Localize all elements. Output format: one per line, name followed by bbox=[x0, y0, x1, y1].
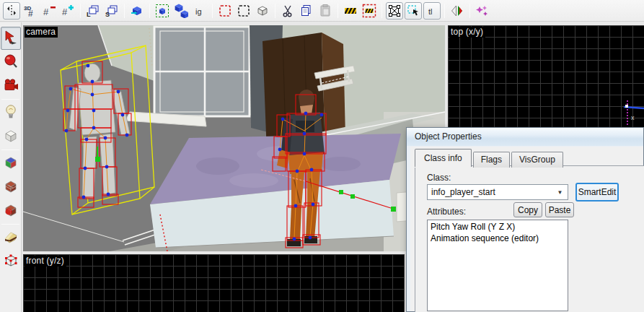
chevron-down-icon[interactable]: ▼ bbox=[555, 188, 565, 197]
ungroup-button[interactable] bbox=[172, 2, 190, 20]
svg-text:ig: ig bbox=[195, 7, 202, 16]
helpers-button[interactable] bbox=[474, 2, 491, 20]
camera-viewport-label: camera bbox=[25, 27, 58, 38]
ignore-groups-icon: ig bbox=[193, 4, 207, 18]
entity-tool-icon bbox=[3, 104, 19, 122]
hide-unselected-button[interactable] bbox=[235, 2, 252, 20]
cordon-edit-icon bbox=[362, 4, 376, 18]
bed bbox=[150, 134, 401, 248]
vertex-tool-icon bbox=[3, 253, 19, 271]
grid-snap-icon bbox=[4, 4, 19, 18]
cut-button[interactable] bbox=[279, 2, 296, 20]
attributes-label: Attributes: bbox=[427, 207, 466, 217]
cordon-edit-button[interactable] bbox=[361, 2, 378, 20]
svg-text:x: x bbox=[631, 114, 635, 121]
grid-3d-button[interactable]: 3D# bbox=[22, 2, 39, 20]
entity-tool-button[interactable] bbox=[1, 101, 21, 124]
attribute-item[interactable]: Animation sequence (editor) bbox=[428, 233, 568, 244]
selectbox-icon bbox=[387, 4, 402, 18]
cordon-icon bbox=[343, 4, 358, 18]
toolbar-separator bbox=[338, 4, 338, 18]
apply-texture-tool-button[interactable] bbox=[1, 176, 21, 199]
grid-larger-icon: # bbox=[61, 4, 75, 18]
group-icon bbox=[155, 4, 169, 18]
ignore-groups-button[interactable]: ig bbox=[191, 2, 208, 20]
copy-icon bbox=[299, 4, 314, 18]
clipping-tool-button[interactable] bbox=[1, 226, 21, 249]
texture-application-tool-icon bbox=[3, 155, 19, 173]
camera-viewport-scene bbox=[23, 25, 445, 251]
save-windowstate-button[interactable]: S bbox=[103, 2, 120, 20]
svg-text:tl: tl bbox=[428, 7, 433, 16]
group-button[interactable] bbox=[154, 2, 171, 20]
hide-selected-button[interactable] bbox=[216, 2, 234, 20]
dialog-tabstrip: Class infoFlagsVisGroup bbox=[415, 148, 565, 166]
grid-3d-icon: 3D# bbox=[23, 4, 38, 18]
copy-button[interactable] bbox=[298, 2, 315, 20]
save-windowstate-icon: S bbox=[105, 4, 119, 18]
class-combobox[interactable]: info_player_start ▼ bbox=[427, 184, 568, 200]
block-tool-button[interactable] bbox=[1, 125, 21, 148]
clipping-tool-icon bbox=[3, 229, 19, 247]
copy-button[interactable]: Copy bbox=[513, 202, 542, 217]
camera-viewport[interactable]: camera bbox=[23, 25, 445, 251]
magnify-tool-button[interactable] bbox=[1, 51, 21, 74]
tab-class-info[interactable]: Class info bbox=[415, 149, 472, 167]
grid-snap-button[interactable] bbox=[3, 2, 20, 20]
carve-button[interactable] bbox=[128, 2, 146, 20]
toolbar-separator bbox=[149, 4, 150, 18]
ungroup-icon bbox=[174, 4, 188, 18]
camera-tool-icon bbox=[3, 77, 19, 95]
texture-application-tool-button[interactable] bbox=[1, 152, 21, 175]
hammer-editor-window: 3D###LSigtl camera bbox=[0, 0, 644, 312]
sidebar-separator bbox=[1, 99, 19, 100]
front-viewport[interactable]: front (y/z) bbox=[23, 254, 405, 312]
toolbar-separator bbox=[80, 4, 81, 18]
grid-larger-button[interactable]: # bbox=[59, 2, 76, 20]
svg-text:L: L bbox=[87, 11, 91, 18]
magnify-tool-icon bbox=[3, 53, 19, 72]
toolbar-separator bbox=[212, 4, 213, 18]
texture-lock-button[interactable]: tl bbox=[423, 2, 441, 20]
hide-unselected-icon bbox=[237, 4, 251, 18]
object-properties-dialog: Object Properties Class infoFlagsVisGrou… bbox=[406, 127, 644, 312]
grid-smaller-icon: # bbox=[42, 4, 56, 18]
toolbar-separator bbox=[275, 4, 275, 18]
block-tool-icon bbox=[3, 128, 19, 146]
carve-icon bbox=[130, 4, 144, 18]
tab-visgroup[interactable]: VisGroup bbox=[511, 152, 563, 168]
map-tools-sidebar bbox=[0, 22, 22, 312]
selection-tool-button[interactable] bbox=[1, 27, 21, 50]
toolbar-separator bbox=[381, 4, 382, 18]
hollow-button[interactable] bbox=[254, 2, 271, 20]
paste-button[interactable] bbox=[317, 2, 334, 20]
load-windowstate-button[interactable]: L bbox=[84, 2, 102, 20]
camera-tool-button[interactable] bbox=[1, 74, 21, 98]
toolbar-separator bbox=[444, 4, 445, 18]
toolbar-separator bbox=[469, 4, 470, 18]
load-windowstate-icon: L bbox=[86, 4, 100, 18]
autoselect-button[interactable] bbox=[405, 2, 422, 20]
top-viewport-label: top (x/y) bbox=[449, 27, 485, 38]
decal-tool-button[interactable] bbox=[1, 199, 21, 222]
selectbox-button[interactable] bbox=[386, 2, 403, 20]
sidebar-separator bbox=[1, 224, 19, 225]
attributes-listbox[interactable]: Pitch Yaw Roll (Y Z X)Animation sequence… bbox=[427, 220, 568, 311]
svg-text:#: # bbox=[62, 6, 68, 17]
class-combobox-value: info_player_start bbox=[431, 187, 495, 197]
sidebar-separator bbox=[1, 150, 19, 150]
vertex-tool-button[interactable] bbox=[1, 250, 21, 273]
paste-button[interactable]: Paste bbox=[545, 202, 574, 217]
hide-selected-icon bbox=[218, 4, 232, 18]
attribute-item[interactable]: Pitch Yaw Roll (Y Z X) bbox=[428, 221, 568, 233]
tab-flags[interactable]: Flags bbox=[473, 152, 510, 168]
cordon-button[interactable] bbox=[342, 2, 359, 20]
class-label: Class: bbox=[427, 173, 451, 183]
toolbar-separator bbox=[124, 4, 125, 18]
flip-button[interactable] bbox=[449, 2, 466, 20]
selection-tool-icon bbox=[3, 30, 19, 48]
smartedit-button[interactable]: SmartEdit bbox=[575, 183, 619, 202]
grid-smaller-button[interactable]: # bbox=[40, 2, 58, 20]
cut-icon bbox=[281, 4, 295, 18]
dialog-title[interactable]: Object Properties bbox=[407, 128, 643, 146]
